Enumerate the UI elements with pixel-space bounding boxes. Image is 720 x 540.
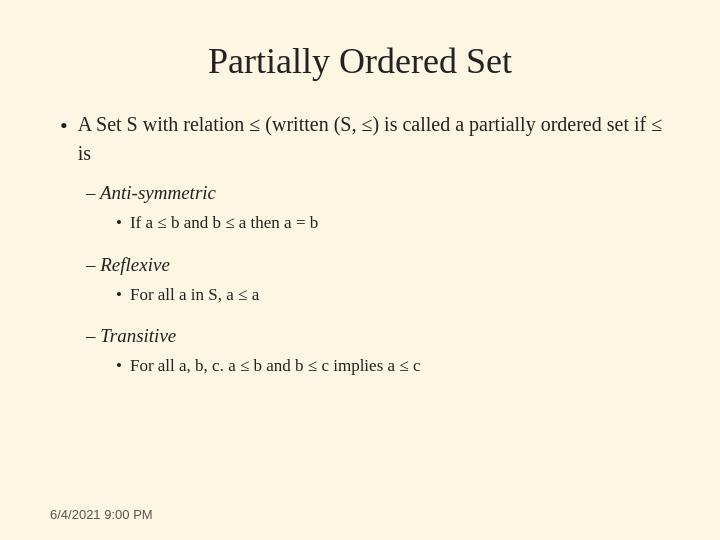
antisymmetric-bullet-text: If a ≤ b and b ≤ a then a = b (130, 210, 318, 236)
slide: Partially Ordered Set • A Set S with rel… (0, 0, 720, 540)
main-bullet-text: A Set S with relation ≤ (written (S, ≤) … (78, 110, 670, 168)
antisymmetric-bullet-dot: • (116, 210, 122, 236)
section-reflexive-heading: Reflexive (86, 254, 670, 276)
section-antisymmetric-heading: Anti-symmetric (86, 182, 670, 204)
main-bullet: • A Set S with relation ≤ (written (S, ≤… (60, 110, 670, 168)
slide-title: Partially Ordered Set (50, 40, 670, 82)
transitive-bullet-dot: • (116, 353, 122, 379)
timestamp: 6/4/2021 9:00 PM (50, 507, 153, 522)
reflexive-bullet-dot: • (116, 282, 122, 308)
section-transitive-heading: Transitive (86, 325, 670, 347)
section-transitive: Transitive • For all a, b, c. a ≤ b and … (78, 325, 670, 387)
transitive-bullet-1: • For all a, b, c. a ≤ b and b ≤ c impli… (116, 353, 670, 379)
reflexive-bullet-1: • For all a in S, a ≤ a (116, 282, 670, 308)
section-antisymmetric: Anti-symmetric • If a ≤ b and b ≤ a then… (78, 182, 670, 244)
main-bullet-dot: • (60, 110, 68, 142)
reflexive-bullet-text: For all a in S, a ≤ a (130, 282, 259, 308)
antisymmetric-bullet-1: • If a ≤ b and b ≤ a then a = b (116, 210, 670, 236)
transitive-bullet-text: For all a, b, c. a ≤ b and b ≤ c implies… (130, 353, 420, 379)
section-reflexive: Reflexive • For all a in S, a ≤ a (78, 254, 670, 316)
